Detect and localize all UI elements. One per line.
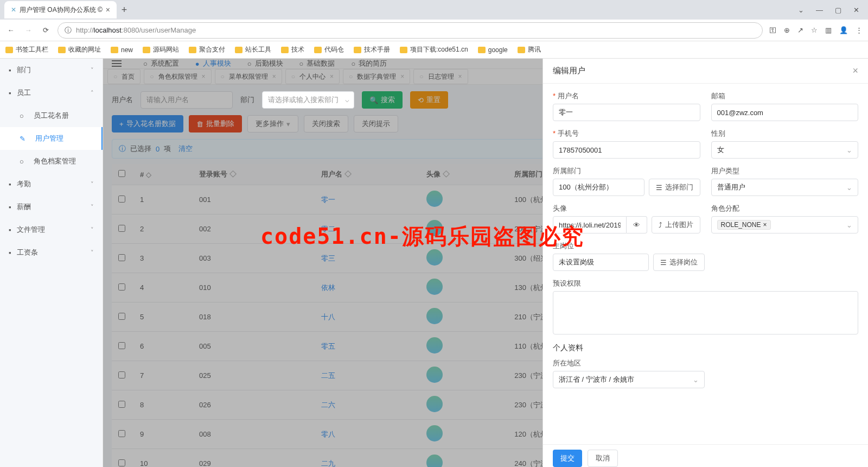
url-input[interactable]: ⓘ http://localhost:8080/user/userManage (58, 22, 763, 39)
bookmark-item[interactable]: 腾讯 (518, 45, 541, 54)
bookmark-item[interactable]: new (111, 46, 133, 54)
edit-user-drawer: 编辑用户 × 用户名 邮箱 手机号 性别女⌄ 所属部门 ☰选择部门 用户类型普通… (542, 59, 868, 467)
tab-favicon: ✕ (11, 6, 16, 14)
drawer-title: 编辑用户 (553, 66, 585, 76)
job-label: 主岗位 (553, 241, 705, 251)
profile-section-title: 个人资料 (553, 343, 858, 353)
phone-input[interactable] (553, 141, 700, 159)
dept-input[interactable] (553, 179, 644, 196)
role-select[interactable]: ROLE_NONE×⌄ (711, 216, 859, 234)
minimize-icon[interactable]: — (816, 6, 823, 14)
chevron-down-icon: ˅ (91, 204, 94, 211)
chevron-down-icon[interactable]: ⌄ (798, 6, 804, 14)
item-icon: ✎ (20, 135, 25, 143)
bookmark-item[interactable]: 技术 (281, 45, 304, 54)
close-window-icon[interactable]: ✕ (853, 6, 859, 14)
new-tab-button[interactable]: + (117, 2, 132, 17)
chevron-down-icon: ˅ (91, 226, 94, 234)
select-job-button[interactable]: ☰选择岗位 (653, 254, 705, 271)
menu-icon: ▪ (9, 249, 11, 257)
sidebar: ▪部门˅▪员工˄○员工花名册✎用户管理○角色档案管理▪考勤˅▪薪酬˅▪文件管理˅… (0, 59, 103, 467)
bookmark-item[interactable]: 站长工具 (235, 45, 271, 54)
item-icon: ○ (20, 112, 24, 120)
role-tag: ROLE_NONE× (717, 220, 771, 230)
star-icon[interactable]: ☆ (811, 26, 818, 34)
gender-label: 性别 (711, 129, 859, 138)
bookmark-item[interactable]: 收藏的网址 (58, 45, 101, 54)
folder-icon (235, 47, 242, 53)
browser-tab[interactable]: ✕ 用户管理 OA协同办公系统 © × (4, 1, 117, 18)
list-icon: ☰ (660, 258, 667, 267)
submit-button[interactable]: 提交 (553, 450, 582, 467)
back-icon[interactable]: ← (5, 25, 16, 36)
upload-image-button[interactable]: ⤴上传图片 (652, 216, 700, 234)
bookmark-item[interactable]: 书签工具栏 (5, 45, 48, 54)
menu-icon[interactable]: ⋮ (856, 26, 863, 34)
folder-icon (281, 47, 289, 53)
sidebar-item[interactable]: ✎用户管理 (0, 127, 103, 150)
bookmark-item[interactable]: 技术手册 (354, 45, 390, 54)
email-label: 邮箱 (711, 91, 859, 101)
folder-icon (5, 47, 13, 53)
item-icon: ○ (20, 157, 24, 166)
panel-icon[interactable]: ▥ (825, 26, 832, 34)
select-dept-button[interactable]: ☰选择部门 (649, 179, 700, 196)
sidebar-group[interactable]: ▪工资条˅ (0, 241, 103, 264)
sidebar-item[interactable]: ○员工花名册 (0, 104, 103, 127)
avatar-input[interactable] (553, 216, 627, 234)
eye-icon[interactable]: 👁 (627, 216, 647, 234)
bookmark-item[interactable]: google (478, 46, 508, 54)
share-icon[interactable]: ↗ (797, 26, 803, 34)
browser-tab-bar: ✕ 用户管理 OA协同办公系统 © × + ⌄ — ▢ ✕ (0, 0, 868, 20)
folder-icon (400, 47, 407, 53)
chevron-up-icon: ˄ (91, 90, 94, 97)
key-icon[interactable]: ⚿ (769, 26, 776, 34)
folder-icon (189, 47, 196, 53)
bookmark-item[interactable]: 聚合支付 (189, 45, 225, 54)
bookmark-item[interactable]: 项目下载:code51.cn (400, 45, 468, 54)
remove-tag-icon[interactable]: × (763, 221, 767, 229)
perm-label: 预设权限 (553, 279, 858, 288)
bookmark-bar: 书签工具栏收藏的网址new源码网站聚合支付站长工具技术代码仓技术手册项目下载:c… (0, 41, 868, 59)
bookmark-item[interactable]: 代码仓 (314, 45, 344, 54)
dept-icon: ▪ (9, 66, 11, 74)
address-bar: ← → ⟳ ⓘ http://localhost:8080/user/userM… (0, 20, 868, 41)
usertype-label: 用户类型 (711, 166, 859, 176)
username-input[interactable] (553, 104, 700, 121)
username-label: 用户名 (553, 91, 700, 101)
zoom-icon[interactable]: ⊕ (784, 26, 790, 34)
job-input[interactable] (553, 254, 649, 271)
sidebar-group[interactable]: ▪薪酬˅ (0, 195, 103, 218)
maximize-icon[interactable]: ▢ (835, 6, 841, 14)
sidebar-group[interactable]: ▪员工˄ (0, 81, 103, 104)
perm-textarea[interactable] (553, 291, 858, 335)
forward-icon[interactable]: → (23, 25, 34, 36)
sidebar-group[interactable]: ▪文件管理˅ (0, 218, 103, 241)
list-icon: ☰ (656, 184, 662, 192)
region-label: 所在地区 (553, 358, 705, 368)
close-icon[interactable]: × (106, 5, 110, 14)
region-select[interactable]: 浙江省 / 宁波市 / 余姚市⌄ (553, 371, 705, 388)
chevron-down-icon: ˅ (91, 67, 94, 74)
employee-icon: ▪ (9, 89, 11, 97)
email-input[interactable] (711, 104, 859, 121)
sidebar-group[interactable]: ▪考勤˅ (0, 173, 103, 195)
menu-icon: ▪ (9, 180, 11, 188)
chevron-down-icon: ˅ (91, 181, 94, 188)
folder-icon (143, 47, 150, 53)
close-icon[interactable]: × (852, 65, 858, 77)
gender-select[interactable]: 女⌄ (711, 141, 859, 159)
chevron-down-icon: ˅ (91, 249, 94, 256)
cancel-button[interactable]: 取消 (588, 450, 618, 467)
tab-title: 用户管理 OA协同办公系统 © (20, 5, 103, 15)
bookmark-item[interactable]: 源码网站 (143, 45, 179, 54)
usertype-select[interactable]: 普通用户⌄ (711, 179, 859, 196)
folder-icon (518, 47, 525, 53)
avatar-label: 头像 (553, 204, 700, 213)
sidebar-item[interactable]: ○角色档案管理 (0, 150, 103, 173)
reload-icon[interactable]: ⟳ (40, 25, 51, 36)
sidebar-group[interactable]: ▪部门˅ (0, 59, 103, 81)
menu-icon: ▪ (9, 226, 11, 234)
dept-filter-select[interactable]: 请选择或输入搜索部门 (262, 91, 354, 109)
profile-icon[interactable]: 👤 (839, 26, 848, 34)
